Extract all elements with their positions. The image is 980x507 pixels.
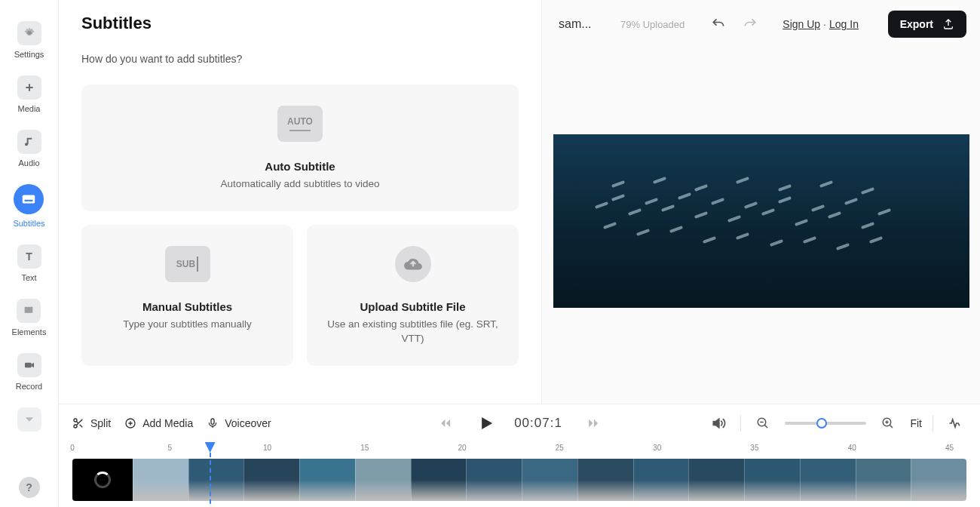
svg-point-3: [74, 425, 77, 428]
track-thumbnail[interactable]: [133, 459, 188, 501]
upload-status: 79% Uploaded: [620, 19, 684, 30]
track-thumbnail[interactable]: [411, 459, 467, 501]
ruler-tick: 15: [360, 444, 369, 452]
fit-button[interactable]: Fit: [910, 417, 922, 429]
timecode: 00:07:1: [514, 416, 562, 431]
elements-icon: [17, 299, 41, 323]
track-thumbnail[interactable]: [577, 459, 633, 501]
zoom-slider[interactable]: [785, 422, 866, 425]
track-thumbnail[interactable]: [466, 459, 522, 501]
export-button[interactable]: Export: [888, 11, 966, 38]
track-thumbnail[interactable]: [633, 459, 689, 501]
card-desc: Automatically add subtitles to video: [96, 177, 504, 192]
card-title: Upload Subtitle File: [319, 300, 507, 313]
ruler-tick: 30: [653, 444, 661, 452]
track-thumbnail[interactable]: [911, 459, 966, 501]
camera-icon: [17, 353, 41, 377]
playhead-line: [210, 453, 211, 507]
login-link[interactable]: Log In: [829, 18, 859, 30]
video-preview[interactable]: [553, 134, 969, 308]
timeline-track[interactable]: [72, 459, 966, 501]
card-title: Manual Subtitles: [93, 300, 281, 313]
dots-icon: [17, 407, 41, 432]
subtitles-icon: [14, 184, 44, 214]
subtitles-panel: Subtitles How do you want to add subtitl…: [59, 0, 541, 404]
track-thumbnail[interactable]: [243, 459, 299, 501]
skip-back-icon[interactable]: [434, 412, 457, 435]
add-media-button[interactable]: Add Media: [124, 417, 193, 429]
preview-pane: sam... 79% Uploaded Sign Up·Log In Expor…: [541, 0, 980, 404]
ruler-tick: 10: [263, 444, 271, 452]
left-sidebar: Settings Media Audio Subtitles T Text El…: [0, 0, 59, 507]
svg-point-2: [74, 419, 77, 422]
track-thumbnail[interactable]: [522, 459, 577, 501]
project-name[interactable]: sam...: [559, 17, 596, 31]
svg-rect-0: [23, 195, 35, 204]
zoom-out-icon[interactable]: [752, 412, 774, 435]
track-thumbnail[interactable]: [744, 459, 800, 501]
undo-icon[interactable]: [707, 13, 730, 35]
loading-clip: [72, 459, 133, 501]
svg-rect-1: [25, 363, 32, 368]
track-thumbnail[interactable]: [800, 459, 856, 501]
signup-link[interactable]: Sign Up: [782, 18, 820, 30]
upload-icon: [942, 18, 954, 30]
manual-subtitle-card[interactable]: SUB Manual Subtitles Type your subtitles…: [81, 225, 293, 366]
skip-forward-icon[interactable]: [582, 412, 605, 435]
microphone-icon: [207, 417, 219, 429]
sidebar-item-settings[interactable]: Settings: [14, 21, 44, 59]
volume-icon[interactable]: [707, 412, 730, 435]
upload-subtitle-card[interactable]: Upload Subtitle File Use an existing sub…: [307, 225, 519, 366]
plus-circle-icon: [124, 417, 136, 429]
gear-icon: [17, 21, 41, 45]
help-icon[interactable]: ?: [19, 477, 40, 498]
top-bar: sam... 79% Uploaded Sign Up·Log In Expor…: [542, 0, 980, 38]
zoom-in-icon[interactable]: [877, 412, 899, 435]
ruler-tick: 35: [750, 444, 758, 452]
sidebar-item-extra[interactable]: [17, 407, 41, 432]
track-thumbnail[interactable]: [856, 459, 911, 501]
waveform-icon[interactable]: [944, 412, 966, 435]
spinner-icon: [94, 472, 111, 488]
sidebar-item-audio[interactable]: Audio: [17, 130, 41, 167]
cloud-upload-icon: [395, 246, 431, 282]
auth-links: Sign Up·Log In: [782, 18, 859, 30]
plus-icon: [17, 75, 41, 100]
track-thumbnail[interactable]: [355, 459, 411, 501]
sidebar-item-media[interactable]: Media: [17, 75, 41, 113]
text-icon: T: [17, 244, 41, 269]
ruler-tick: 45: [945, 444, 954, 452]
manual-icon: SUB: [165, 246, 210, 282]
ruler-tick: 20: [458, 444, 467, 452]
split-button[interactable]: Split: [72, 417, 111, 429]
sidebar-item-elements[interactable]: Elements: [12, 299, 47, 336]
card-title: Auto Subtitle: [96, 160, 504, 173]
playhead[interactable]: [205, 442, 216, 453]
auto-subtitle-card[interactable]: AUTO Auto Subtitle Automatically add sub…: [81, 84, 519, 211]
track-thumbnail[interactable]: [688, 459, 744, 501]
sidebar-item-record[interactable]: Record: [16, 353, 42, 391]
timeline-ruler[interactable]: 051015202530354045: [72, 444, 966, 456]
svg-rect-5: [211, 419, 214, 424]
card-desc: Type your subtitles manually: [93, 318, 281, 332]
ruler-tick: 25: [556, 444, 564, 452]
play-button[interactable]: [476, 414, 495, 432]
ruler-tick: 40: [848, 444, 856, 452]
scissors-icon: [72, 417, 84, 429]
music-note-icon: [17, 130, 41, 154]
track-thumbnail[interactable]: [188, 459, 244, 501]
sidebar-item-subtitles[interactable]: Subtitles: [13, 184, 44, 228]
track-thumbnail[interactable]: [299, 459, 355, 501]
voiceover-button[interactable]: Voiceover: [207, 417, 271, 429]
redo-icon[interactable]: [739, 13, 761, 35]
auto-icon: AUTO: [277, 106, 323, 142]
card-desc: Use an existing subtitles file (eg. SRT,…: [319, 318, 507, 346]
timeline-toolbar: Split Add Media Voiceover 00:07:1: [59, 404, 980, 507]
panel-subhead: How do you want to add subtitles?: [81, 53, 519, 65]
sidebar-item-text[interactable]: T Text: [17, 244, 41, 282]
panel-title: Subtitles: [81, 14, 519, 33]
ruler-tick: 0: [70, 444, 75, 452]
ruler-tick: 5: [167, 444, 172, 452]
